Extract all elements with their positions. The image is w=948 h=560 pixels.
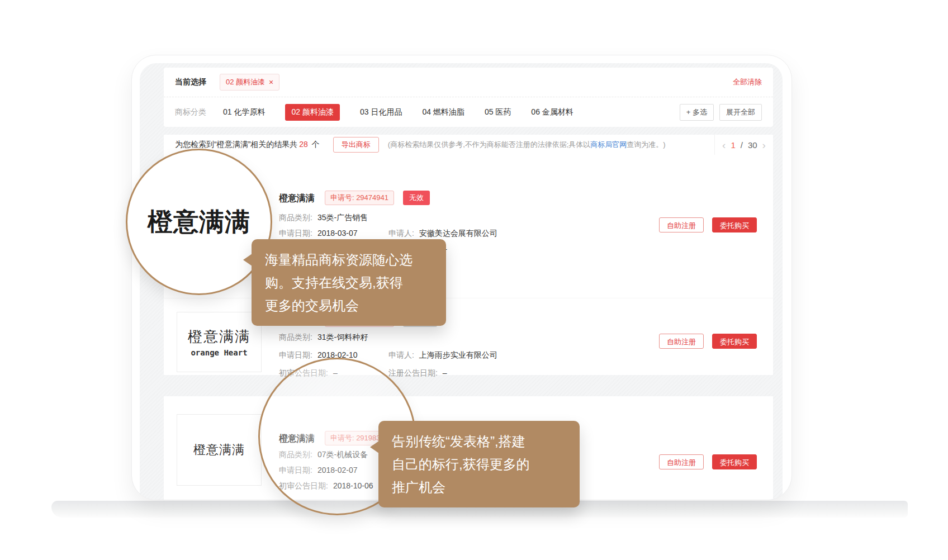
trademark-search-page: 当前选择 02 颜料油漆 × 全部清除 商标分类 01 化学原料 02 颜料油漆… <box>0 0 948 560</box>
tooltip-promotion: 告别传统“发表格”,搭建 自己的标行,获得更多的 推广机会 <box>378 421 580 507</box>
tooltip-line: 推广机会 <box>392 476 566 499</box>
row2-actions: 自助注册 委托购买 <box>659 334 757 349</box>
tooltip-line: 更多的交易机会 <box>265 294 433 317</box>
multi-select-button[interactable]: + 多选 <box>680 104 714 121</box>
trademark-image[interactable]: 橙意满满 orange Heart <box>177 312 262 372</box>
current-selection-row: 当前选择 02 颜料油漆 × 全部清除 <box>164 68 773 97</box>
trademark-office-link[interactable]: 商标局官网 <box>590 140 627 149</box>
row1-title-line: 橙意满满 申请号: 29474941 无效 <box>279 191 430 205</box>
application-number-label: 申请号: <box>330 193 354 202</box>
tooltip-line: 购。支持在线交易,获得 <box>265 271 433 294</box>
category-list: 01 化学原料 02 颜料油漆 03 日化用品 04 燃料油脂 05 医药 06… <box>223 104 573 121</box>
disclaimer-text: (商标检索结果仅供参考,不作为商标能否注册的法律依据;具体以商标局官网查询为准。… <box>388 140 666 150</box>
self-register-button[interactable]: 自助注册 <box>659 454 704 469</box>
tooltip-line: 海量精品商标资源随心选 <box>265 248 433 271</box>
magnified-trademark-text: 橙意满满 <box>148 205 250 239</box>
filter-actions: + 多选 展开全部 <box>680 104 762 121</box>
row2-date-line: 申请日期:2018-02-10 申请人:上海雨步实业有限公司 <box>279 350 497 360</box>
pagination: ‹ 1 / 30 › <box>714 135 773 155</box>
trademark-image[interactable]: 橙意满满 <box>177 414 262 486</box>
field-label: 商品类别: <box>279 213 312 222</box>
category-row: 商标分类 01 化学原料 02 颜料油漆 03 日化用品 04 燃料油脂 05 … <box>164 97 773 127</box>
row3-actions: 自助注册 委托购买 <box>659 454 757 469</box>
tooltip-marketplace: 海量精品商标资源随心选 购。支持在线交易,获得 更多的交易机会 <box>252 239 446 326</box>
trademark-name[interactable]: 橙意满满 <box>279 193 315 203</box>
category-item-03[interactable]: 03 日化用品 <box>360 107 402 117</box>
trademark-image-subtext: orange Heart <box>191 348 247 357</box>
self-register-button[interactable]: 自助注册 <box>659 217 704 232</box>
clear-all-link[interactable]: 全部清除 <box>733 77 762 87</box>
export-trademarks-button[interactable]: 导出商标 <box>333 137 379 153</box>
prev-page-icon[interactable]: ‹ <box>722 140 726 150</box>
field-value: 31类-饲料种籽 <box>317 333 368 341</box>
entrust-buy-button[interactable]: 委托购买 <box>712 454 757 469</box>
application-number-value: 29474941 <box>356 193 388 202</box>
current-selection-label: 当前选择 <box>175 77 206 87</box>
self-register-button[interactable]: 自助注册 <box>659 334 704 349</box>
field-label: 注册公告日期: <box>388 368 438 377</box>
summary-prefix: 为您检索到“橙意满满”相关的结果共 <box>175 140 297 149</box>
row1-actions: 自助注册 委托购买 <box>659 217 757 232</box>
trademark-image-text: 橙意满满 <box>188 327 250 347</box>
field-label: 申请人: <box>388 229 414 238</box>
trademark-image-text: 橙意满满 <box>193 442 245 458</box>
category-item-05[interactable]: 05 医药 <box>485 107 511 117</box>
field-value: 35类-广告销售 <box>317 213 368 222</box>
next-page-icon[interactable]: › <box>762 140 766 150</box>
selected-filter-tag[interactable]: 02 颜料油漆 × <box>220 74 279 91</box>
disclaimer-suffix: 查询为准。) <box>627 140 665 149</box>
row1-category-line: 商品类别:35类-广告销售 <box>279 213 368 223</box>
category-label: 商标分类 <box>175 107 206 117</box>
entrust-buy-button[interactable]: 委托购买 <box>712 334 757 349</box>
category-item-01[interactable]: 01 化学原料 <box>223 107 265 117</box>
field-value: 2018-03-07 <box>317 229 358 238</box>
status-badge: 无效 <box>403 191 430 205</box>
field-label: 申请日期: <box>279 350 312 359</box>
category-item-04[interactable]: 04 燃料油脂 <box>422 107 464 117</box>
field-value: 安徽美达会展有限公司 <box>419 229 497 238</box>
entrust-buy-button[interactable]: 委托购买 <box>712 217 757 232</box>
field-value: 上海雨步实业有限公司 <box>419 350 497 359</box>
category-item-02-selected[interactable]: 02 颜料油漆 <box>285 104 339 121</box>
current-page: 1 <box>731 140 735 150</box>
field-label: 申请人: <box>388 350 414 359</box>
disclaimer-prefix: (商标检索结果仅供参考,不作为商标能否注册的法律依据;具体以 <box>388 140 591 149</box>
row1-date-line: 申请日期:2018-03-07 申请人:安徽美达会展有限公司 <box>279 229 497 239</box>
row2-category-line: 商品类别:31类-饲料种籽 <box>279 333 368 343</box>
tooltip-line: 自己的标行,获得更多的 <box>392 453 566 476</box>
remove-tag-icon[interactable]: × <box>269 78 273 86</box>
category-item-06[interactable]: 06 金属材料 <box>531 107 573 117</box>
magnifier-lens-1: 橙意满满 <box>126 149 272 295</box>
page-separator: / <box>741 140 743 150</box>
field-label: 申请日期: <box>279 229 312 238</box>
field-value: – <box>443 368 447 377</box>
field-label: 商品类别: <box>279 333 312 341</box>
total-pages: 30 <box>748 140 757 150</box>
selected-filter-tag-label: 02 颜料油漆 <box>226 77 265 87</box>
expand-all-button[interactable]: 展开全部 <box>719 104 762 121</box>
filter-panel: 当前选择 02 颜料油漆 × 全部清除 商标分类 01 化学原料 02 颜料油漆… <box>164 68 773 127</box>
tooltip-line: 告别传统“发表格”,搭建 <box>392 430 566 453</box>
results-count: 28 <box>299 140 308 149</box>
results-header: 为您检索到“橙意满满”相关的结果共28 个 导出商标 (商标检索结果仅供参考,不… <box>164 135 773 155</box>
summary-suffix: 个 <box>310 140 320 149</box>
application-number-tag: 申请号: 29474941 <box>325 191 394 205</box>
